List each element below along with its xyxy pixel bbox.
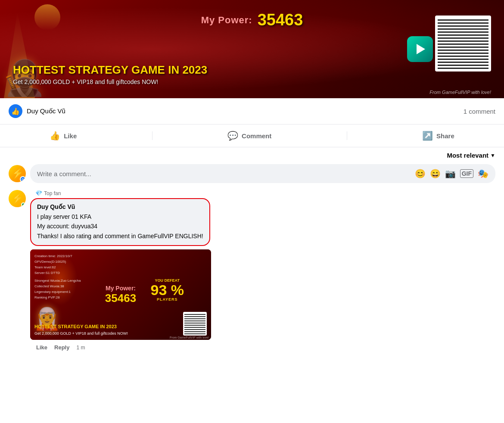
- user-avatar: ⚡ G: [9, 165, 26, 182]
- stat-line7: Ranking PVP:28: [34, 295, 81, 301]
- sort-label: Most relevant: [447, 152, 488, 159]
- banner-subheadline: Get 2,000,000 GOLD + VIP18 and full gift…: [13, 78, 207, 85]
- banner-qr-code: [435, 16, 491, 72]
- banner: My Power: 35463 🥷 HOTTEST STRATEGY GAME …: [0, 0, 504, 98]
- action-bar: 👍 Like 💬 Comment ↗️ Share: [0, 124, 504, 147]
- creation-time: Creation time: 2022/10/7: [34, 254, 81, 259]
- defeat-badge: YOU DEFEAT 93 % PLAYERS: [151, 278, 184, 302]
- like-button[interactable]: 👍 Like: [39, 126, 87, 145]
- comment-author: Duy Quốc Vũ: [37, 203, 203, 210]
- like-button-label: Like: [64, 132, 77, 140]
- stat-line1: GFVDemo(D:10025): [34, 259, 81, 265]
- comment-image-from: From GameFullVIP with love!: [170, 336, 209, 339]
- comment-line3: Thanks! I also rating and comment in Gam…: [37, 233, 203, 239]
- banner-play-badge[interactable]: [407, 36, 433, 62]
- stat-line5: Collected Wuxia:38: [34, 284, 81, 289]
- comment-reply-button[interactable]: Reply: [54, 344, 69, 351]
- page-wrapper: My Power: 35463 🥷 HOTTEST STRATEGY GAME …: [0, 0, 504, 423]
- post-header: 👍 Duy Quốc Vũ 1 comment: [0, 98, 504, 124]
- post-header-left: 👍 Duy Quốc Vũ: [9, 104, 65, 118]
- banner-power-block: My Power: 35463: [201, 11, 303, 29]
- comment-like-button[interactable]: Like: [36, 344, 47, 351]
- sticker-icon[interactable]: 🎭: [478, 168, 488, 179]
- comments-section: Most relevant ▼ ⚡ G Write a comment... 😊…: [0, 147, 504, 363]
- comment-bubble: 💎 Top fan Duy Quốc Vũ I play server 01 K…: [30, 190, 332, 353]
- diamond-icon: 💎: [35, 190, 42, 196]
- mini-qr-code: [184, 313, 205, 334]
- stat-line6: Legendary equipment:1: [34, 289, 81, 295]
- play-icon: [417, 44, 425, 54]
- post-comment-count: 1 comment: [464, 108, 495, 115]
- post-author-name: Duy Quốc Vũ: [27, 107, 65, 115]
- like-reaction-icon: 👍: [9, 104, 22, 118]
- emoji-menu-icon[interactable]: 😊: [415, 168, 426, 179]
- comment-image-power: My Power: 35463: [105, 285, 136, 305]
- defeat-percent: 93 %: [151, 283, 184, 297]
- image-power-label: My Power:: [105, 285, 136, 292]
- banner-text-block: HOTTEST STRATEGY GAME IN 2023 Get 2,000,…: [13, 63, 207, 85]
- comment-time: 1 m: [76, 345, 85, 351]
- comment-image-sub: Get 2,000,000 GOLD + VIP18 and full gift…: [34, 331, 128, 336]
- comment-image[interactable]: 🧝 Creation time: 2022/10/7 GFVDemo(D:100…: [30, 249, 211, 340]
- comment-input-icons: 😊 😄 📷 GIF 🎭: [415, 168, 488, 179]
- banner-power-value: 35463: [258, 11, 303, 29]
- top-fan-badge: 💎 Top fan: [30, 190, 332, 196]
- avatar-badge: G: [20, 176, 26, 182]
- comment-content: I play server 01 KFA My account: duyvua3…: [37, 212, 203, 241]
- comment-placeholder: Write a comment...: [37, 170, 91, 177]
- comment-line1: I play server 01 KFA: [37, 213, 91, 220]
- banner-headline: HOTTEST STRATEGY GAME IN 2023: [13, 63, 207, 77]
- banner-top-decoration: [34, 4, 60, 30]
- smiley-icon[interactable]: 😄: [430, 168, 441, 179]
- share-button-label: Share: [436, 132, 454, 140]
- banner-power-label: My Power:: [201, 15, 252, 26]
- image-power-value: 35463: [105, 292, 136, 305]
- action-divider-1: [152, 131, 152, 140]
- stat-line4: Strongest Wuxia:Zuo Lengcha: [34, 278, 81, 284]
- sort-row: Most relevant ▼: [9, 152, 495, 159]
- stat-line3: Server:S1 DTTD: [34, 271, 81, 276]
- comment-line2: My account: duyvua34: [37, 223, 97, 230]
- comment-button-icon: 💬: [227, 131, 238, 141]
- camera-icon[interactable]: 📷: [445, 168, 456, 179]
- comment-image-stats: Creation time: 2022/10/7 GFVDemo(D:10025…: [34, 254, 81, 300]
- comment-button-label: Comment: [242, 132, 271, 140]
- comment-input-row: ⚡ G Write a comment... 😊 😄 📷 GIF 🎭: [9, 164, 495, 183]
- gif-icon[interactable]: GIF: [460, 169, 473, 178]
- comment-button[interactable]: 💬 Comment: [217, 126, 282, 145]
- comment-image-headline: HOTTEST STRATEGY GAME IN 2023: [34, 324, 117, 329]
- comment-actions-row: Like Reply 1 m: [30, 342, 332, 353]
- online-indicator: [21, 202, 25, 207]
- comment-text-box: Duy Quốc Vũ I play server 01 KFA My acco…: [30, 198, 210, 246]
- comment-image-qr: [183, 312, 207, 336]
- action-divider-2: [347, 131, 347, 140]
- stat-line2: Team level:62: [34, 265, 81, 271]
- commenter-avatar: ⚡: [9, 190, 26, 207]
- top-fan-label: Top fan: [44, 190, 61, 196]
- chevron-down-icon: ▼: [490, 152, 495, 159]
- comment-input-box[interactable]: Write a comment... 😊 😄 📷 GIF 🎭: [30, 164, 495, 183]
- banner-from-text: From GameFullVIP with love!: [429, 90, 491, 95]
- sort-button[interactable]: Most relevant ▼: [447, 152, 495, 159]
- share-button-icon: ↗️: [422, 131, 433, 141]
- like-button-icon: 👍: [50, 131, 60, 141]
- share-button[interactable]: ↗️ Share: [412, 126, 465, 145]
- comment-item: ⚡ 💎 Top fan Duy Quốc Vũ I play server 01…: [9, 190, 495, 353]
